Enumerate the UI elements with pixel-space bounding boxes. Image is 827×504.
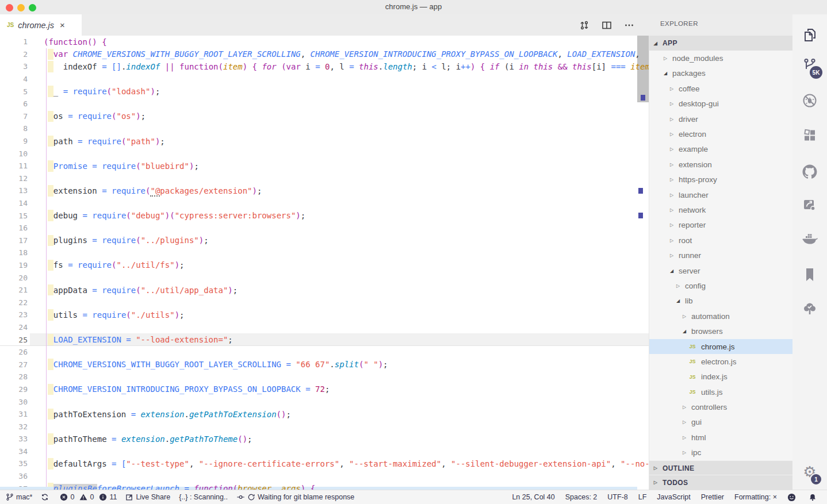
code-line[interactable]: 36	[0, 470, 649, 483]
status-item-ln-25-col-40[interactable]: Ln 25, Col 40	[501, 493, 554, 501]
section-todos[interactable]: ▷TODOS	[649, 475, 792, 490]
tree-folder-config[interactable]: ▷config	[649, 278, 792, 293]
tree-folder-gui[interactable]: ▷gui	[649, 415, 792, 430]
code-line[interactable]: 20	[0, 271, 649, 284]
status-item[interactable]	[41, 493, 51, 501]
tree-folder-example[interactable]: ▷example	[649, 142, 792, 157]
tree-folder-electron[interactable]: ▷electron	[649, 126, 792, 141]
status-item-0[interactable]: 0	[60, 493, 74, 501]
tree-folder-https-proxy[interactable]: ▷https-proxy	[649, 172, 792, 187]
tree-folder-driver[interactable]: ▷driver	[649, 111, 792, 126]
code-line[interactable]: 16	[0, 222, 649, 234]
tree-folder-ipc[interactable]: ▷ipc	[649, 445, 792, 460]
code-line[interactable]: 25 LOAD_EXTENSION = "--load-extension=";	[0, 333, 649, 346]
tree-folder-desktop-gui[interactable]: ▷desktop-gui	[649, 97, 792, 111]
activity-github-button[interactable]	[792, 160, 827, 186]
tree-folder-packages[interactable]: ◢packages	[649, 66, 792, 81]
tree-folder-controllers[interactable]: ▷controllers	[649, 399, 792, 414]
status-item-utf-8[interactable]: UTF-8	[597, 493, 627, 501]
tree-folder-browsers[interactable]: ◢browsers	[649, 324, 792, 338]
status-item[interactable]	[777, 493, 798, 502]
code-line[interactable]: 1(function() {	[0, 36, 649, 48]
activity-settings-button[interactable]: ⚙1	[792, 459, 827, 484]
code-line[interactable]: 13 extension = require("@packages/extens…	[0, 184, 649, 197]
code-line[interactable]: 11 Promise = require("bluebird");	[0, 160, 649, 172]
activity-extensions-button[interactable]	[792, 124, 827, 149]
code-editor[interactable]: 1(function() {2 var CHROME_VERSIONS_WITH…	[0, 36, 649, 490]
activity-live-share-button[interactable]	[792, 194, 827, 219]
status-item-0[interactable]: 0	[79, 493, 94, 501]
section-app[interactable]: ◢ APP	[649, 36, 792, 51]
section-outline[interactable]: ▷OUTLINE	[649, 460, 792, 475]
code-line[interactable]: 7 os = require("os");	[0, 110, 649, 123]
code-line[interactable]: 35 defaultArgs = ["--test-type", "--igno…	[0, 457, 649, 470]
code-line[interactable]: 27 CHROME_VERSIONS_WITH_BUGGY_ROOT_LAYER…	[0, 358, 649, 371]
activity-explorer-button[interactable]	[792, 24, 827, 49]
tab-chrome-js[interactable]: JS chrome.js ×	[0, 14, 82, 36]
status-item-formatting-[interactable]: Formatting: ×	[724, 493, 777, 501]
code-line[interactable]: 24	[0, 321, 649, 334]
status-item-prettier[interactable]: Prettier	[691, 493, 724, 501]
code-line[interactable]: 34	[0, 445, 649, 458]
code-line[interactable]: 6	[0, 98, 649, 110]
more-actions-icon[interactable]	[623, 19, 635, 31]
tree-file-electron-js[interactable]: JSelectron.js	[649, 354, 792, 369]
tree-file-utils-js[interactable]: JSutils.js	[649, 384, 792, 399]
open-changes-icon[interactable]	[578, 19, 590, 31]
activity-bookmarks-button[interactable]	[792, 263, 827, 288]
status-item-live-share[interactable]: Live Share	[125, 493, 170, 501]
code-line[interactable]: 18	[0, 247, 649, 259]
tree-folder-launcher[interactable]: ▷launcher	[649, 187, 792, 202]
code-line[interactable]: 32	[0, 420, 649, 433]
code-line[interactable]: 12	[0, 172, 649, 185]
status-item--scanning-[interactable]: {..} : Scanning..	[179, 493, 228, 501]
activity-debug-button[interactable]	[792, 89, 827, 114]
tree-folder-lib[interactable]: ◢lib	[649, 294, 792, 309]
tree-folder-html[interactable]: ▷html	[649, 430, 792, 445]
code-line[interactable]: 4	[0, 73, 649, 86]
tree-folder-network[interactable]: ▷network	[649, 202, 792, 217]
tree-file-chrome-js[interactable]: JSchrome.js	[649, 339, 792, 354]
close-tab-icon[interactable]: ×	[60, 21, 65, 29]
tree-folder-root[interactable]: ▷root	[649, 233, 792, 248]
vertical-scrollbar[interactable]	[637, 36, 649, 490]
code-line[interactable]: 26	[0, 346, 649, 359]
code-line[interactable]: 30	[0, 395, 649, 408]
code-line[interactable]: 14	[0, 197, 649, 210]
status-item[interactable]	[798, 493, 819, 502]
code-line[interactable]: 19 fs = require("../util/fs");	[0, 259, 649, 272]
code-line[interactable]: 22	[0, 296, 649, 309]
tree-folder-extension[interactable]: ▷extension	[649, 157, 792, 172]
code-line[interactable]: 15 debug = require("debug")("cypress:ser…	[0, 209, 649, 222]
status-item-spaces-2[interactable]: Spaces: 2	[555, 493, 598, 501]
code-line[interactable]: 17 plugins = require("../plugins");	[0, 234, 649, 247]
tree-folder-server[interactable]: ◢server	[649, 263, 792, 278]
status-item-mac-[interactable]: mac*	[6, 493, 32, 501]
code-line[interactable]: 9 path = require("path");	[0, 135, 649, 148]
status-item-javascript[interactable]: JavaScript	[646, 493, 690, 501]
code-line[interactable]: 33 pathToTheme = extension.getPathToThem…	[0, 433, 649, 445]
tree-folder-coffee[interactable]: ▷coffee	[649, 81, 792, 96]
tree-folder-runner[interactable]: ▷runner	[649, 248, 792, 263]
status-item-waiting-for-git-blame-re[interactable]: Waiting for git blame response	[236, 493, 354, 501]
code-line[interactable]: 2 var CHROME_VERSIONS_WITH_BUGGY_ROOT_LA…	[0, 48, 649, 61]
tree-folder-node-modules[interactable]: ▷node_modules	[649, 51, 792, 66]
tree-folder-reporter[interactable]: ▷reporter	[649, 218, 792, 233]
code-line[interactable]: 21 appData = require("../util/app_data")…	[0, 284, 649, 297]
activity-testing-button[interactable]	[792, 298, 827, 323]
code-line[interactable]: 28	[0, 371, 649, 383]
status-item-lf[interactable]: LF	[628, 493, 647, 501]
code-line[interactable]: 8	[0, 122, 649, 135]
tree-folder-automation[interactable]: ▷automation	[649, 309, 792, 324]
status-item-11[interactable]: 11	[99, 493, 117, 501]
code-line[interactable]: 31 pathToExtension = extension.getPathTo…	[0, 408, 649, 421]
code-line[interactable]: 29 CHROME_VERSION_INTRODUCING_PROXY_BYPA…	[0, 383, 649, 396]
code-line[interactable]: 3 indexOf = [].indexOf || function(item)…	[0, 60, 649, 73]
activity-source-control-button[interactable]: 5K	[792, 53, 827, 79]
tree-file-index-js[interactable]: JSindex.js	[649, 370, 792, 384]
code-line[interactable]: 23 utils = require("./utils");	[0, 309, 649, 321]
code-line[interactable]: 10	[0, 147, 649, 160]
split-editor-icon[interactable]	[600, 19, 612, 31]
code-line[interactable]: 5 _ = require("lodash");	[0, 85, 649, 98]
activity-docker-button[interactable]	[792, 227, 827, 252]
